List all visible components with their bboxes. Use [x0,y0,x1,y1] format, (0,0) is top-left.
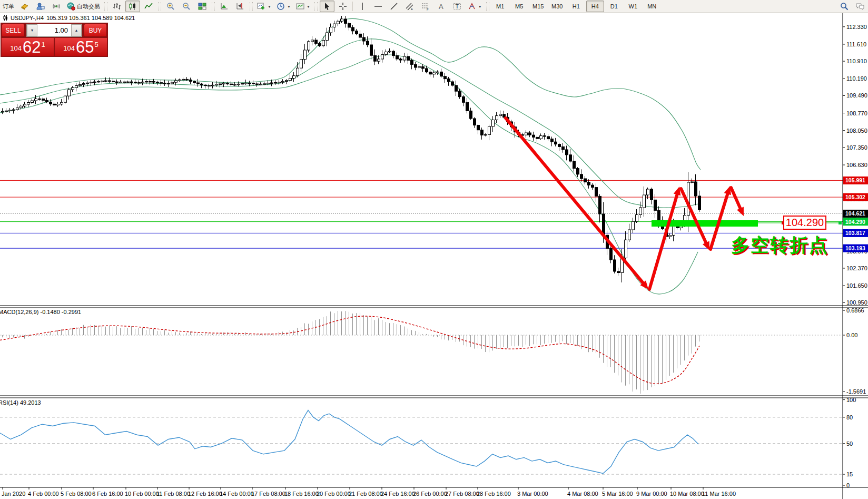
signal-button[interactable] [49,1,64,12]
buy-price-prefix: 104 [63,42,75,55]
candle-bear [42,99,45,101]
candle-bear [595,188,598,197]
zoom-in-button[interactable] [163,1,178,12]
zoom-in-icon [166,2,175,11]
autotrading-button[interactable]: 自动交易 [65,1,102,12]
toolbar-grip [158,2,161,11]
chat-icon [855,2,865,11]
price-lines [0,180,843,248]
candle-bull [499,114,502,116]
candle-bear [529,133,531,135]
trendline-button[interactable] [387,1,401,12]
turning-point-text-main: 多空转折点 [731,234,828,255]
macd-tick-label: -1.5691 [846,388,866,395]
chat-button[interactable] [853,1,867,12]
templates-button[interactable]: ▼ [294,1,312,12]
time-tick-label: 24 Feb 16:00 [381,491,415,497]
bars-chart-button[interactable] [110,1,124,12]
periods-button[interactable]: ▼ [274,1,293,12]
volume-increase-button[interactable]: ▲ [71,24,82,36]
candle-bull [219,84,222,84]
sell-price-main: 62 [23,39,41,55]
chart-canvas[interactable]: 多空转折点多空转折点104.290112.330111.610110.91011… [0,0,868,499]
tile-windows-icon [198,2,206,11]
text-label-button[interactable]: T [450,1,465,12]
deposit-button[interactable] [17,1,32,12]
main-toolbar: 订单 自动交易 ▼ ▼ [0,0,868,13]
one-click-trading-panel: SELL ▼ ▲ BUY 104 62 1 104 65 5 [1,23,108,57]
candle-bear [532,135,535,137]
crosshair-button[interactable] [336,1,350,12]
pane-divider[interactable] [0,306,868,308]
text-button[interactable]: A [434,1,449,12]
timeframe-m15[interactable]: M15 [529,1,547,12]
sell-button[interactable]: SELL [2,24,25,37]
horizontal-line-button[interactable] [371,1,386,12]
timeframe-m5[interactable]: M5 [510,1,528,12]
buy-button[interactable]: BUY [84,24,107,37]
candle-bear [256,84,259,84]
new-order-button[interactable]: 订单 [1,1,16,12]
sell-price[interactable]: 104 62 1 [2,38,54,56]
candle-bull [278,82,281,83]
line-chart-button[interactable] [141,1,156,12]
rsi-tick-label: 50 [846,441,853,447]
candle-bear [164,83,166,84]
auto-scroll-button[interactable] [217,1,232,12]
candle-bear [426,69,428,72]
candle-bull [215,84,218,85]
equidistant-channel-button[interactable]: E [402,1,417,12]
volume-input[interactable] [37,24,71,36]
candle-bull [79,84,82,85]
timeframe-mn[interactable]: MN [643,1,661,12]
tile-windows-button[interactable] [195,1,210,12]
zoom-out-button[interactable] [179,1,194,12]
candle-bull [31,101,34,103]
candle-bull [381,55,384,59]
candle-bull [540,136,542,139]
accounts-button[interactable] [33,1,48,12]
candle-bull [9,110,12,111]
price-badge-text: 104.290 [845,219,865,225]
chart-shift-button[interactable] [233,1,248,12]
candles-chart-button[interactable] [125,1,140,12]
time-tick-label: 28 Feb 16:00 [477,491,511,497]
candle-bear [208,85,211,86]
pane-divider[interactable] [0,396,868,398]
search-button[interactable] [837,1,852,12]
fibonacci-button[interactable]: F [418,1,433,12]
timeframe-m1[interactable]: M1 [491,1,509,12]
volume-decrease-button[interactable]: ▼ [27,24,37,36]
callout-connector-square [839,221,842,224]
candle-bear [134,82,137,83]
price-tick-label: 101.650 [846,282,867,289]
time-axis[interactable]: Jan 20204 Feb 00:005 Feb 08:006 Feb 16:0… [0,487,868,497]
candle-bull [2,111,4,112]
vertical-line-button[interactable] [355,1,370,12]
candle-bull [27,103,30,104]
timeframe-h4[interactable]: H4 [586,1,604,12]
arrows-button[interactable]: ▼ [466,1,484,12]
candle-bear [477,125,480,130]
macd-label: MACD(12,26,9) -0.1480 -0.2991 [0,309,81,315]
timeframe-m30[interactable]: M30 [548,1,566,12]
timeframe-h1[interactable]: H1 [567,1,585,12]
candle-bull [68,90,71,96]
price-badge-text: 105.302 [845,194,865,200]
svg-text:E: E [411,7,413,11]
accounts-icon [36,2,45,11]
time-tick-label: 12 Feb 16:00 [188,491,222,497]
timeframe-w1[interactable]: W1 [624,1,642,12]
candle-bear [197,83,200,84]
trend-arrow-shaft [506,118,643,283]
timeframe-d1[interactable]: D1 [605,1,623,12]
price-axis[interactable]: 112.330111.610110.910110.190109.490108.7… [843,13,868,499]
trendline-icon [390,2,398,11]
zoom-out-icon [182,2,191,11]
new-chart-button[interactable]: ▼ [255,1,273,12]
candle-bear [555,142,557,144]
cursor-button[interactable] [320,1,334,12]
new-chart-icon [257,2,265,11]
candle-bull [333,24,336,27]
buy-price[interactable]: 104 65 5 [55,38,107,56]
